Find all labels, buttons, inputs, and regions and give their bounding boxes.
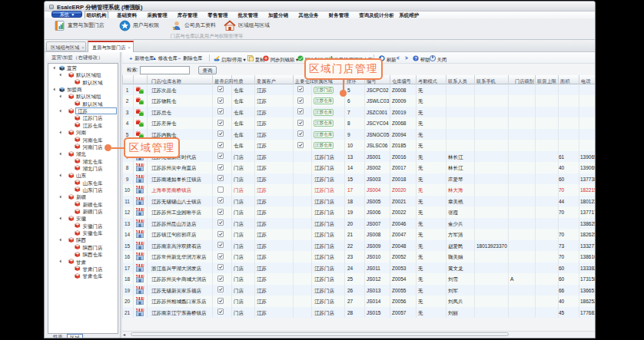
svg-text:?: ? (414, 56, 417, 61)
